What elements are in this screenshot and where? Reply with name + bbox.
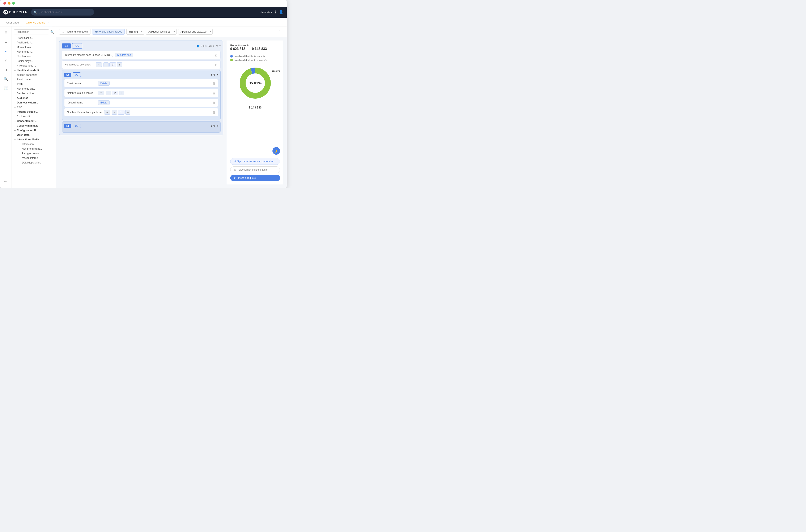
sidebar-item[interactable]: + Configuration U... <box>12 128 56 133</box>
base100-select[interactable]: Appliquer une base100 <box>178 29 213 35</box>
history-button[interactable]: Historique bases froides <box>92 29 125 35</box>
nested-rule-ventes2-delete[interactable]: 🗑 <box>212 91 215 95</box>
tab-user-page[interactable]: User page <box>3 19 22 26</box>
tab-audience-engine[interactable]: Audience engine ✕ <box>22 19 52 26</box>
info-icon[interactable]: ℹ <box>275 10 276 15</box>
sidebar-check-icon[interactable]: ✔ <box>2 57 10 64</box>
sidebar-search-icon[interactable]: 🔍 <box>2 75 10 83</box>
user-icon[interactable]: 👤 <box>279 10 283 15</box>
rule-ventes-plus[interactable]: + <box>117 62 122 67</box>
sidebar-item[interactable]: + Règles liées ... <box>12 63 56 68</box>
sidebar-item[interactable]: Nombre d'intera... <box>12 147 56 151</box>
search-icon: 🔍 <box>34 11 37 14</box>
nested-block-2: ET OU ℹ 🗑 ▾ <box>62 121 221 133</box>
sidebar-menu-icon[interactable]: ☰ <box>2 29 10 37</box>
sidebar-item[interactable]: support partenaire <box>12 73 56 77</box>
nested-rule-reseau-delete[interactable]: 🗑 <box>212 101 215 104</box>
more-menu-button[interactable]: ⋮ <box>276 28 283 35</box>
sidebar-item[interactable]: réseau interne <box>12 156 56 160</box>
nested-chevron-icon[interactable]: ▾ <box>217 73 218 76</box>
nested-ventes2-minus[interactable]: − <box>106 91 111 95</box>
sidebar-item[interactable]: − Partage d'audie... <box>12 110 56 114</box>
nested-rule-reseau-badge[interactable]: Existe <box>98 100 110 105</box>
sidebar-item[interactable]: Produit ache... <box>12 36 56 40</box>
nested-rule-email-badge[interactable]: Existe <box>98 81 110 86</box>
account-menu[interactable]: demo-fr ▾ <box>261 11 272 14</box>
test02-select[interactable]: TEST02 <box>126 29 144 35</box>
sidebar-item[interactable]: Montant total... <box>12 45 56 50</box>
sidebar-edit-icon[interactable]: ✏ <box>2 178 10 185</box>
sidebar-item[interactable]: − Identification de l'i... <box>12 68 56 73</box>
sidebar-item[interactable]: − Interactions Média <box>12 137 56 142</box>
sidebar-item[interactable]: − Profil <box>12 82 56 87</box>
add-request-button[interactable]: ⏱ Ajouter une requête <box>59 29 91 35</box>
chevron-down-icon[interactable]: ▾ <box>219 44 221 48</box>
sidebar-item[interactable]: Nombre total... <box>12 54 56 59</box>
nested2-trash-icon[interactable]: 🗑 <box>213 125 216 127</box>
sidebar-graph-icon[interactable]: ✦ <box>2 48 10 55</box>
sidebar-upload-icon[interactable]: ☁ <box>2 38 10 46</box>
sidebar-item[interactable]: + Délai depuis l'in... <box>12 160 56 165</box>
sidebar-item[interactable]: Nombre de pag... <box>12 87 56 91</box>
launch-button[interactable]: ↻ lancer la requête <box>230 175 280 181</box>
tree-search-icon[interactable]: 🔍 <box>50 30 54 34</box>
main-area: ☰ ☁ ✦ ✔ ◑ 🔍 📊 ✏ 🔍 Produit ache...Positio… <box>0 26 287 188</box>
rule-ventes: Nombre total de ventes = − 0 + 🗑 <box>62 60 221 69</box>
legend-dot-green <box>230 59 233 61</box>
nested2-et-button[interactable]: ET <box>64 124 71 128</box>
sidebar-item[interactable]: Email connu <box>12 77 56 82</box>
nested-ou-button[interactable]: OU <box>73 72 81 77</box>
nested-rule-email-delete[interactable]: 🗑 <box>212 82 215 85</box>
rule-crm-badge[interactable]: N'existe pas <box>115 53 133 57</box>
panel-num1: 9 623 812 <box>230 47 245 51</box>
sidebar-item[interactable]: + Collecte minimale <box>12 124 56 128</box>
nested-et-button[interactable]: ET <box>64 73 71 77</box>
sidebar-item[interactable]: + Consentement ... <box>12 119 56 124</box>
sync-button[interactable]: ↺ Synchronisez vers un partenaire <box>230 158 280 165</box>
search-row: 🔍 <box>12 28 56 36</box>
search-input[interactable] <box>39 11 92 14</box>
sidebar-item[interactable]: Nombre de j... <box>12 50 56 54</box>
nested-rule-interactions-delete[interactable]: 🗑 <box>212 111 215 114</box>
ou-button[interactable]: OU <box>72 43 82 49</box>
nested2-chevron-icon[interactable]: ▾ <box>217 125 218 127</box>
sidebar-item[interactable]: + ERO <box>12 105 56 110</box>
tree-search-input[interactable] <box>14 30 49 34</box>
dropdown-test02[interactable]: TEST02 <box>126 29 144 35</box>
nested-interactions-plus[interactable]: + <box>125 110 130 115</box>
nested-ventes2-plus[interactable]: + <box>119 91 124 95</box>
search-bar[interactable]: 🔍 <box>31 9 94 16</box>
count-display: 👥 9 143 833 ℹ 🗑 ▾ <box>196 44 221 48</box>
dropdown-base100[interactable]: Appliquer une base100 <box>178 29 213 35</box>
donut-chart: 95.01% 479 979 <box>230 66 280 100</box>
svg-point-1 <box>5 12 6 13</box>
refresh-icon: ↻ <box>233 176 236 179</box>
sidebar-item[interactable]: Par type de tou... <box>12 151 56 156</box>
dropdown-filters[interactable]: Appliquer des filtres <box>146 29 176 35</box>
sidebar-item[interactable]: Dernier profil ac... <box>12 91 56 96</box>
sidebar-pie-icon[interactable]: ◑ <box>2 66 10 73</box>
rule-crm-delete[interactable]: 🗑 <box>215 53 218 57</box>
sidebar-item[interactable]: Cookie split <box>12 114 56 119</box>
tab-close-icon[interactable]: ✕ <box>47 21 49 24</box>
nested-interactions-minus[interactable]: − <box>112 110 117 115</box>
sidebar-item[interactable]: + Données extern... <box>12 100 56 105</box>
panel-title: Réduction règle <box>230 44 280 47</box>
nested2-ou-button[interactable]: OU <box>73 124 81 128</box>
rule-ventes-minus[interactable]: − <box>104 62 109 67</box>
sidebar-item[interactable]: − Interaction <box>12 142 56 147</box>
nested-rule-email-label: Email connu <box>67 82 96 85</box>
trash-icon[interactable]: 🗑 <box>215 44 218 48</box>
et-button[interactable]: ET <box>62 43 71 49</box>
sidebar-item[interactable]: Panier moye... <box>12 59 56 63</box>
sidebar-item[interactable]: + Open Data <box>12 133 56 137</box>
filters-select[interactable]: Appliquer des filtres <box>146 29 176 35</box>
nested-trash-icon[interactable]: 🗑 <box>213 73 216 76</box>
sidebar-chart-icon[interactable]: 📊 <box>2 84 10 92</box>
rule-ventes-delete[interactable]: 🗑 <box>215 63 218 66</box>
tabs-bar: User page Audience engine ✕ <box>0 18 287 26</box>
sidebar-item[interactable]: Position de l... <box>12 40 56 45</box>
filter-fab[interactable]: ⚡ <box>273 147 280 155</box>
sidebar-item[interactable]: + Audience <box>12 96 56 100</box>
download-button[interactable]: ⚠ Télécharger les identifiants <box>230 167 280 173</box>
